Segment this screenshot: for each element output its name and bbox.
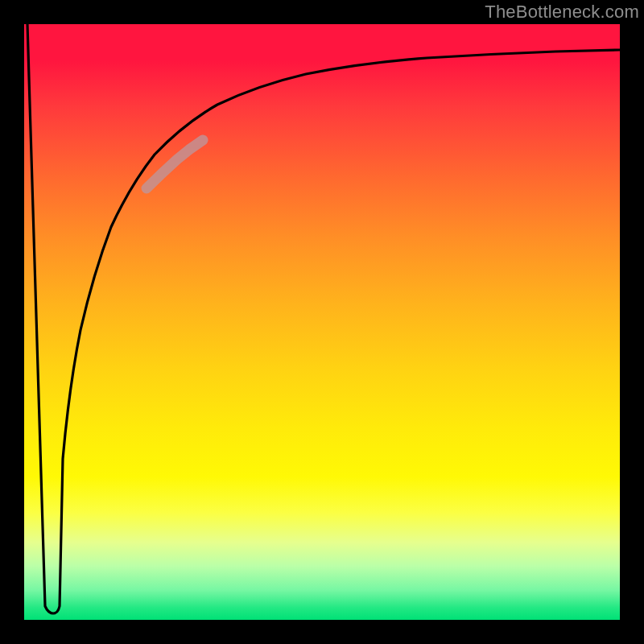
bottleneck-curve (27, 24, 620, 613)
curve-highlight (147, 140, 203, 188)
chart-frame: TheBottleneck.com (0, 0, 644, 644)
plot-area (24, 24, 620, 620)
curve-layer (24, 24, 620, 620)
watermark-text: TheBottleneck.com (485, 2, 639, 23)
